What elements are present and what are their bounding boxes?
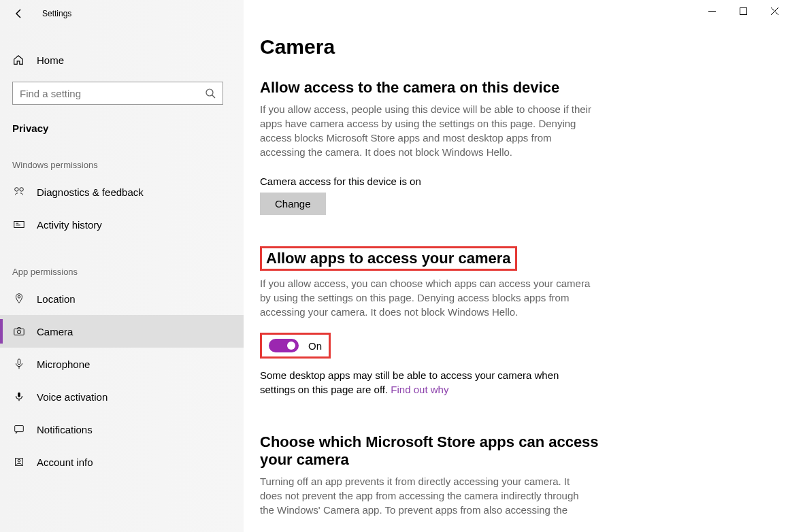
svg-point-9 (17, 330, 20, 333)
desktop-apps-note: Some desktop apps may still be able to a… (260, 368, 587, 397)
arrow-left-icon (14, 8, 24, 19)
app-access-toggle[interactable] (269, 339, 299, 352)
svg-rect-11 (18, 393, 20, 397)
sidebar: Settings Home Privacy Windows permission… (0, 0, 244, 532)
search-icon (205, 88, 216, 99)
sidebar-section-app-permissions: App permissions (0, 267, 244, 277)
back-button[interactable] (5, 0, 33, 27)
annotation-highlight-heading: Allow apps to access your camera (260, 246, 774, 271)
find-out-why-link[interactable]: Find out why (391, 384, 448, 395)
sidebar-item-label: Voice activation (37, 391, 108, 403)
section-description-app-access: If you allow access, you can choose whic… (260, 276, 593, 319)
camera-icon (12, 325, 26, 337)
search-input[interactable] (20, 88, 205, 99)
sidebar-item-notifications[interactable]: Notifications (0, 413, 244, 446)
section-heading-device-access: Allow access to the camera on this devic… (260, 79, 774, 97)
minimize-button[interactable] (696, 0, 727, 22)
section-description-device-access: If you allow access, people using this d… (260, 102, 593, 159)
window-title: Settings (42, 9, 71, 18)
window-controls (696, 0, 790, 22)
toggle-knob (287, 342, 295, 350)
section-heading-store-apps: Choose which Microsoft Store apps can ac… (260, 433, 600, 469)
svg-rect-16 (740, 7, 746, 14)
annotation-highlight-toggle: On (260, 333, 774, 359)
sidebar-section-windows-permissions: Windows permissions (0, 160, 244, 170)
diagnostics-icon (12, 186, 26, 198)
sidebar-item-label: Microphone (37, 359, 90, 370)
svg-point-2 (15, 188, 18, 191)
svg-point-7 (18, 296, 20, 299)
section-description-store-apps: Turning off an app prevents it from dire… (260, 474, 593, 517)
sidebar-item-location[interactable]: Location (0, 282, 244, 315)
activity-icon (12, 218, 26, 231)
toggle-state-label: On (308, 340, 322, 352)
sidebar-item-account[interactable]: Account info (0, 446, 244, 478)
svg-rect-4 (14, 222, 24, 228)
voice-icon (12, 390, 26, 403)
search-box[interactable] (12, 82, 223, 105)
sidebar-item-label: Diagnostics & feedback (37, 186, 144, 198)
account-icon (12, 456, 26, 468)
notifications-icon (12, 423, 26, 435)
titlebar: Settings (0, 0, 244, 27)
location-icon (12, 293, 26, 305)
svg-rect-12 (15, 426, 24, 432)
home-icon (12, 54, 26, 66)
maximize-button[interactable] (727, 0, 759, 22)
sidebar-item-home[interactable]: Home (0, 44, 244, 76)
sidebar-category: Privacy (0, 122, 244, 134)
svg-rect-10 (18, 359, 20, 365)
content-area: Camera Allow access to the camera on thi… (244, 0, 790, 532)
sidebar-item-label: Account info (37, 456, 93, 468)
minimize-icon (708, 7, 716, 15)
change-button[interactable]: Change (260, 193, 326, 215)
svg-point-0 (206, 89, 213, 96)
maximize-icon (740, 7, 747, 15)
page-title: Camera (260, 35, 774, 59)
svg-point-14 (18, 459, 20, 462)
section-heading-app-access: Allow apps to access your camera (266, 250, 511, 267)
svg-point-3 (20, 188, 23, 191)
sidebar-item-voice[interactable]: Voice activation (0, 380, 244, 413)
sidebar-item-camera[interactable]: Camera (0, 315, 244, 348)
search-container (0, 82, 244, 105)
microphone-icon (12, 358, 26, 370)
device-access-status: Camera access for this device is on (260, 176, 774, 187)
close-button[interactable] (759, 0, 790, 22)
sidebar-item-activity[interactable]: Activity history (0, 208, 244, 241)
close-icon (771, 7, 778, 15)
sidebar-item-label: Camera (37, 326, 73, 337)
svg-line-1 (212, 95, 215, 98)
sidebar-item-label: Notifications (37, 424, 93, 435)
sidebar-item-label: Location (37, 293, 76, 305)
sidebar-item-label: Activity history (37, 219, 102, 231)
sidebar-item-diagnostics[interactable]: Diagnostics & feedback (0, 176, 244, 208)
sidebar-item-microphone[interactable]: Microphone (0, 348, 244, 380)
home-label: Home (37, 54, 64, 66)
